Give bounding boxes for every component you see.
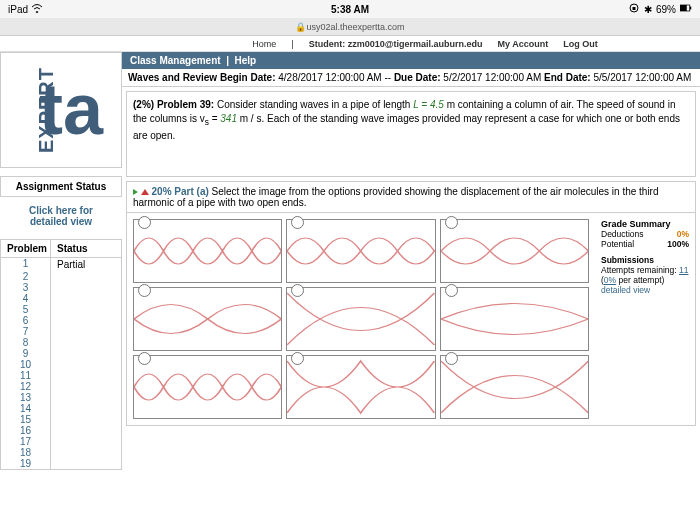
dates-row: Waves and Review Begin Date: 4/28/2017 1… bbox=[122, 69, 700, 87]
table-row: 16 bbox=[1, 425, 121, 436]
option-radio-8[interactable] bbox=[291, 352, 304, 365]
table-row: 9 bbox=[1, 348, 121, 359]
rotation-lock-icon bbox=[628, 3, 640, 15]
part-a-header: 20% Part (a) Select the image from the o… bbox=[127, 182, 695, 213]
table-row: 2 bbox=[1, 271, 121, 282]
col-problem: Problem bbox=[1, 240, 51, 257]
bluetooth-icon: ✱ bbox=[644, 4, 652, 15]
option-radio-7[interactable] bbox=[138, 352, 151, 365]
expand-icon[interactable] bbox=[133, 189, 138, 195]
table-row: 18 bbox=[1, 447, 121, 458]
clock: 5:38 AM bbox=[331, 4, 369, 15]
table-row: 7 bbox=[1, 326, 121, 337]
problem-table: Problem Status 1Partial23456789101112131… bbox=[0, 239, 122, 470]
table-row: 17 bbox=[1, 436, 121, 447]
url-bar[interactable]: 🔒 usy02al.theexpertta.com bbox=[0, 18, 700, 36]
problem-link[interactable]: 17 bbox=[1, 436, 51, 447]
problem-link[interactable]: 10 bbox=[1, 359, 51, 370]
battery-pct: 69% bbox=[656, 4, 676, 15]
problem-link[interactable]: 5 bbox=[1, 304, 51, 315]
table-row: 13 bbox=[1, 392, 121, 403]
nav-home[interactable]: Home bbox=[252, 39, 276, 49]
assignment-status-header: Assignment Status bbox=[0, 176, 122, 197]
option-radio-4[interactable] bbox=[138, 284, 151, 297]
option-radio-6[interactable] bbox=[445, 284, 458, 297]
table-row: 6 bbox=[1, 315, 121, 326]
problem-link[interactable]: 15 bbox=[1, 414, 51, 425]
problem-link[interactable]: 14 bbox=[1, 403, 51, 414]
battery-icon bbox=[680, 3, 692, 15]
problem-statement: (2%) Problem 39: Consider standing waves… bbox=[126, 91, 696, 177]
logo: EXPERT ta bbox=[0, 52, 122, 168]
class-mgmt-link[interactable]: Class Management bbox=[130, 55, 221, 66]
table-row: 14 bbox=[1, 403, 121, 414]
table-row: 15 bbox=[1, 414, 121, 425]
option-radio-5[interactable] bbox=[291, 284, 304, 297]
table-row: 19 bbox=[1, 458, 121, 469]
table-row: 5 bbox=[1, 304, 121, 315]
problem-link[interactable]: 2 bbox=[1, 271, 51, 282]
option-1[interactable] bbox=[133, 219, 282, 283]
problem-link[interactable]: 19 bbox=[1, 458, 51, 469]
problem-link[interactable]: 9 bbox=[1, 348, 51, 359]
svg-rect-3 bbox=[680, 5, 687, 11]
option-radio-2[interactable] bbox=[291, 216, 304, 229]
table-row: 1Partial bbox=[1, 258, 121, 271]
url-text: usy02al.theexpertta.com bbox=[306, 22, 404, 32]
option-9[interactable] bbox=[440, 355, 589, 419]
problem-link[interactable]: 12 bbox=[1, 381, 51, 392]
option-3[interactable] bbox=[440, 219, 589, 283]
main-content: Class Management | Help Waves and Review… bbox=[122, 52, 700, 525]
nav-student: Student: zzm0010@tigermail.auburn.edu bbox=[309, 39, 483, 49]
device-name: iPad bbox=[8, 4, 28, 15]
problem-link[interactable]: 13 bbox=[1, 392, 51, 403]
option-2[interactable] bbox=[286, 219, 435, 283]
table-row: 11 bbox=[1, 370, 121, 381]
svg-rect-1 bbox=[632, 7, 635, 10]
col-status: Status bbox=[51, 240, 121, 257]
grade-detail-link[interactable]: detailed view bbox=[601, 285, 689, 295]
options-grid bbox=[127, 213, 595, 425]
lock-icon: 🔒 bbox=[295, 22, 306, 32]
table-row: 10 bbox=[1, 359, 121, 370]
nav-logout[interactable]: Log Out bbox=[563, 39, 598, 49]
option-7[interactable] bbox=[133, 355, 282, 419]
device-label: iPad bbox=[8, 3, 43, 15]
part-a-box: 20% Part (a) Select the image from the o… bbox=[126, 181, 696, 426]
option-radio-9[interactable] bbox=[445, 352, 458, 365]
problem-link[interactable]: 4 bbox=[1, 293, 51, 304]
class-mgmt-bar: Class Management | Help bbox=[122, 52, 700, 69]
table-row: 4 bbox=[1, 293, 121, 304]
problem-link[interactable]: 8 bbox=[1, 337, 51, 348]
nav-account[interactable]: My Account bbox=[498, 39, 549, 49]
table-row: 8 bbox=[1, 337, 121, 348]
detailed-view-link[interactable]: Click here for detailed view bbox=[0, 197, 122, 235]
option-radio-1[interactable] bbox=[138, 216, 151, 229]
table-row: 12 bbox=[1, 381, 121, 392]
problem-link[interactable]: 7 bbox=[1, 326, 51, 337]
problem-link[interactable]: 6 bbox=[1, 315, 51, 326]
svg-rect-4 bbox=[690, 7, 692, 10]
problem-link[interactable]: 3 bbox=[1, 282, 51, 293]
grade-panel: Grade Summary Deductions0% Potential100%… bbox=[595, 213, 695, 425]
warning-icon bbox=[141, 189, 149, 195]
table-row: 3 bbox=[1, 282, 121, 293]
problem-link[interactable]: 1 bbox=[1, 258, 51, 271]
option-8[interactable] bbox=[286, 355, 435, 419]
option-6[interactable] bbox=[440, 287, 589, 351]
wifi-icon bbox=[31, 4, 43, 15]
help-link[interactable]: Help bbox=[235, 55, 257, 66]
problem-link[interactable]: 16 bbox=[1, 425, 51, 436]
problem-link[interactable]: 18 bbox=[1, 447, 51, 458]
status-right: ✱ 69% bbox=[628, 3, 692, 15]
option-4[interactable] bbox=[133, 287, 282, 351]
option-5[interactable] bbox=[286, 287, 435, 351]
problem-link[interactable]: 11 bbox=[1, 370, 51, 381]
sidebar: EXPERT ta Assignment Status Click here f… bbox=[0, 52, 122, 525]
logo-vert: EXPERT bbox=[35, 67, 58, 153]
option-radio-3[interactable] bbox=[445, 216, 458, 229]
top-nav: Home | Student: zzm0010@tigermail.auburn… bbox=[0, 36, 700, 52]
ios-status-bar: iPad 5:38 AM ✱ 69% bbox=[0, 0, 700, 18]
